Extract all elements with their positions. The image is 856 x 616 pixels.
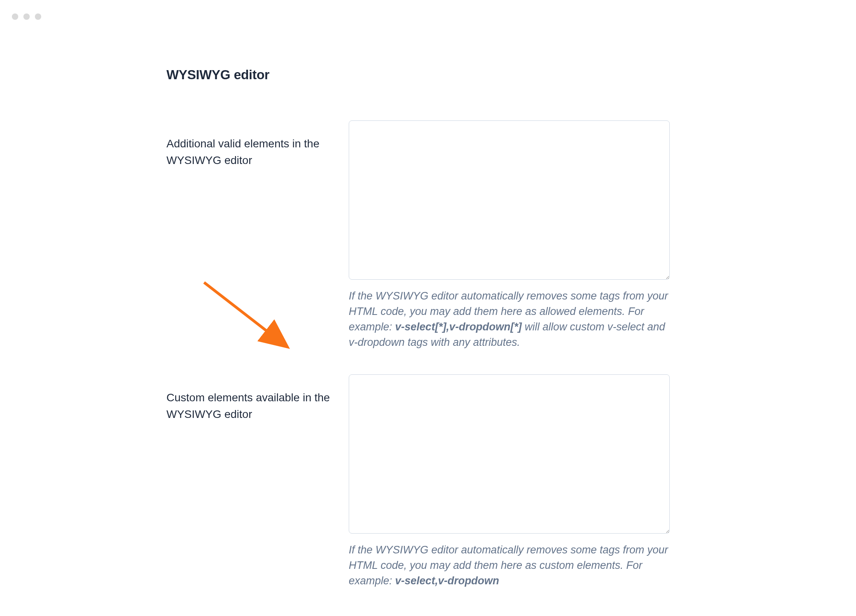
help-text: If the WYSIWYG editor automatically remo… — [349, 288, 670, 351]
window-dot-icon — [35, 13, 41, 20]
field-label: Additional valid elements in the WYSIWYG… — [166, 120, 337, 169]
window-dot-icon — [23, 13, 30, 20]
field-custom-elements: Custom elements available in the WYSIWYG… — [166, 374, 670, 589]
window-dot-icon — [12, 13, 18, 20]
section-title: WYSIWYG editor — [166, 67, 670, 82]
help-text-example: v-select[*],v-dropdown[*] — [395, 321, 522, 333]
field-additional-valid-elements: Additional valid elements in the WYSIWYG… — [166, 120, 670, 351]
custom-elements-input[interactable] — [349, 374, 670, 534]
field-input-wrap: If the WYSIWYG editor automatically remo… — [349, 374, 670, 589]
help-text-example: v-select,v-dropdown — [395, 575, 499, 587]
settings-section: WYSIWYG editor Additional valid elements… — [166, 67, 670, 612]
window-controls — [12, 13, 41, 20]
field-label: Custom elements available in the WYSIWYG… — [166, 374, 337, 423]
field-input-wrap: If the WYSIWYG editor automatically remo… — [349, 120, 670, 351]
additional-valid-elements-input[interactable] — [349, 120, 670, 280]
help-text: If the WYSIWYG editor automatically remo… — [349, 542, 670, 589]
